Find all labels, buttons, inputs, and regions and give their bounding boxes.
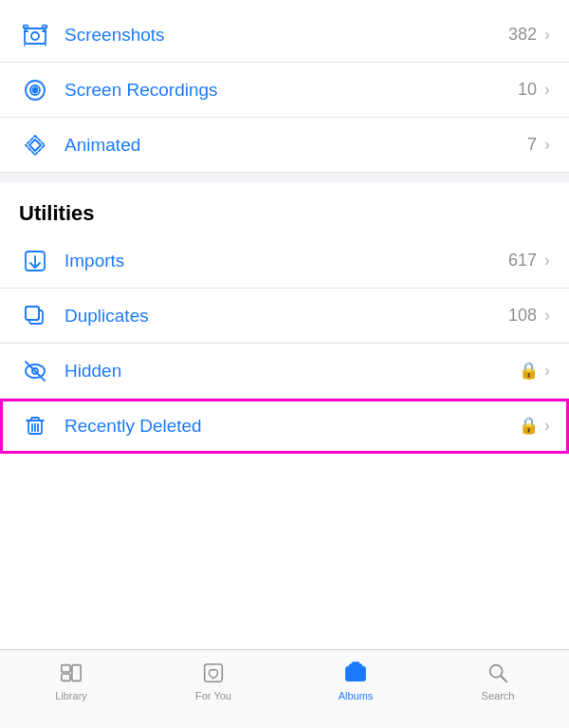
svg-line-29 [501,676,506,681]
imports-icon [19,245,51,277]
library-tab-icon [58,660,84,686]
svg-point-1 [31,32,39,40]
utilities-header: Utilities [0,182,569,233]
for-you-tab-icon [200,660,227,686]
screen-recording-icon [19,74,51,106]
list-item-imports[interactable]: Imports 617 › [0,233,569,289]
animated-chevron: › [544,135,550,155]
list-item-hidden[interactable]: Hidden 🔒 › [0,344,569,399]
duplicates-icon [19,300,51,332]
animated-icon [19,129,51,161]
utilities-section: Utilities Imports 617 › Duplic [0,182,569,454]
screenshot-icon [19,19,51,51]
imports-chevron: › [544,251,550,271]
animated-label: Animated [64,135,527,156]
search-tab-label: Search [482,690,515,701]
albums-tab-label: Albums [339,690,374,701]
tab-for-you[interactable]: For You [142,660,284,701]
list-item-animated[interactable]: Animated 7 › [0,118,569,173]
screen-recordings-chevron: › [544,80,550,100]
media-types-section: Screenshots 382 › Screen Recordings 10 › [0,8,569,173]
recently-deleted-lock-icon: 🔒 [519,416,539,436]
section-divider [0,173,569,182]
svg-rect-20 [62,665,70,672]
search-tab-icon [485,660,511,686]
screen-recordings-count: 10 [518,80,537,100]
screen-recordings-label: Screen Recordings [64,80,518,101]
svg-marker-7 [26,136,45,155]
hidden-chevron: › [544,361,550,381]
duplicates-count: 108 [508,306,537,326]
duplicates-label: Duplicates [64,306,508,327]
svg-rect-23 [205,664,223,682]
svg-marker-8 [29,140,41,151]
svg-rect-21 [62,674,70,681]
imports-label: Imports [64,251,508,271]
svg-rect-2 [24,25,28,28]
recently-deleted-chevron: › [544,416,550,436]
screenshots-chevron: › [544,25,550,45]
svg-rect-11 [26,307,39,320]
recently-deleted-label: Recently Deleted [64,416,519,437]
list-item-screen-recordings[interactable]: Screen Recordings 10 › [0,63,569,118]
list-item-duplicates[interactable]: Duplicates 108 › [0,289,569,344]
content-area: Screenshots 382 › Screen Recordings 10 › [0,0,569,649]
tab-library[interactable]: Library [0,660,142,701]
imports-count: 617 [508,251,537,271]
svg-rect-22 [72,665,81,681]
svg-rect-27 [352,663,358,665]
screenshots-label: Screenshots [64,25,508,46]
library-tab-label: Library [55,690,87,701]
tab-albums[interactable]: Albums [284,660,427,701]
hidden-label: Hidden [64,361,519,382]
svg-rect-3 [43,25,47,28]
tab-bar: Library For You Albums [0,649,569,728]
svg-point-6 [33,87,38,92]
recently-deleted-icon [19,410,51,442]
screenshots-count: 382 [508,25,537,45]
list-item-recently-deleted[interactable]: Recently Deleted 🔒 › [0,399,569,454]
albums-tab-icon [342,660,369,686]
svg-rect-24 [346,667,365,681]
tab-search[interactable]: Search [427,660,569,701]
hidden-lock-icon: 🔒 [519,361,539,381]
list-item-screenshots[interactable]: Screenshots 382 › [0,8,569,63]
for-you-tab-label: For You [195,690,231,701]
duplicates-chevron: › [544,306,550,326]
animated-count: 7 [527,135,537,155]
hidden-icon [19,355,51,387]
